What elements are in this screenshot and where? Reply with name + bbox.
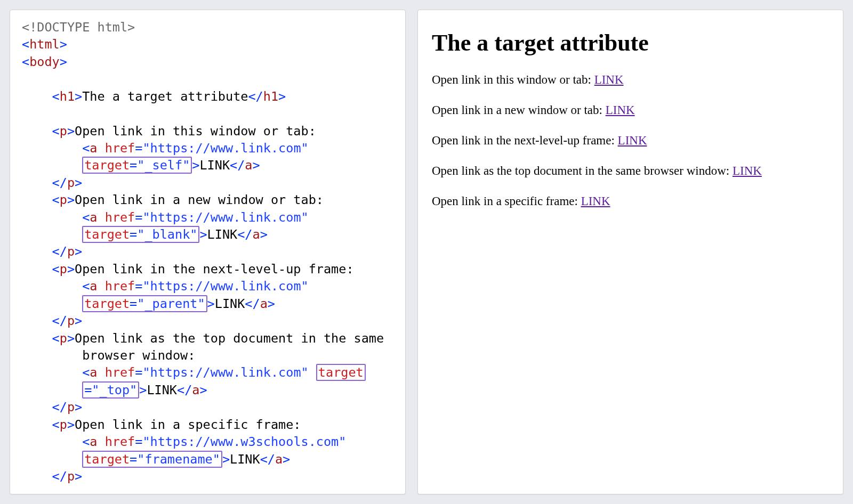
highlight-target-self: target="_self" (82, 157, 192, 174)
p3-text: Open link in the next-level-up frame: (75, 262, 353, 277)
highlight-target-blank: target="_blank" (82, 226, 199, 243)
preview-line-4: Open link as the top document in the sam… (432, 162, 829, 179)
highlight-target-framename: target="framename" (82, 451, 222, 468)
p1-text: Open link in this window or tab: (75, 124, 316, 139)
p4-text-a: Open link as the top document in the sam… (75, 331, 384, 346)
body-open: <body> (22, 54, 67, 69)
preview-panel: The a target attribute Open link in this… (417, 10, 843, 494)
h1-text: The a target attribute (82, 89, 248, 104)
highlight-target-top-2: ="_top" (82, 381, 139, 399)
p2-text: Open link in a new window or tab: (75, 192, 324, 207)
preview-link-2[interactable]: LINK (606, 103, 635, 117)
preview-line-5: Open link in a specific frame: LINK (432, 193, 829, 209)
html-open: <html> (22, 37, 67, 52)
highlight-target-parent: target="_parent" (82, 295, 207, 312)
preview-link-5[interactable]: LINK (581, 194, 610, 208)
preview-link-4[interactable]: LINK (733, 164, 762, 177)
p4-text-b: browser window: (82, 348, 195, 363)
highlight-target-top-1: target (316, 364, 366, 381)
split-view: <!DOCTYPE html> <html> <body> <h1>The a … (10, 10, 843, 494)
preview-line-1: Open link in this window or tab: LINK (432, 71, 829, 88)
p5-text: Open link in a specific frame: (75, 417, 301, 432)
preview-line-2: Open link in a new window or tab: LINK (432, 102, 829, 118)
preview-link-3[interactable]: LINK (618, 134, 647, 147)
preview-link-1[interactable]: LINK (594, 73, 624, 86)
doctype: <!DOCTYPE html> (22, 20, 135, 35)
preview-heading: The a target attribute (432, 29, 829, 56)
source-code-panel: <!DOCTYPE html> <html> <body> <h1>The a … (10, 10, 406, 494)
preview-line-3: Open link in the next-level-up frame: LI… (432, 132, 829, 149)
